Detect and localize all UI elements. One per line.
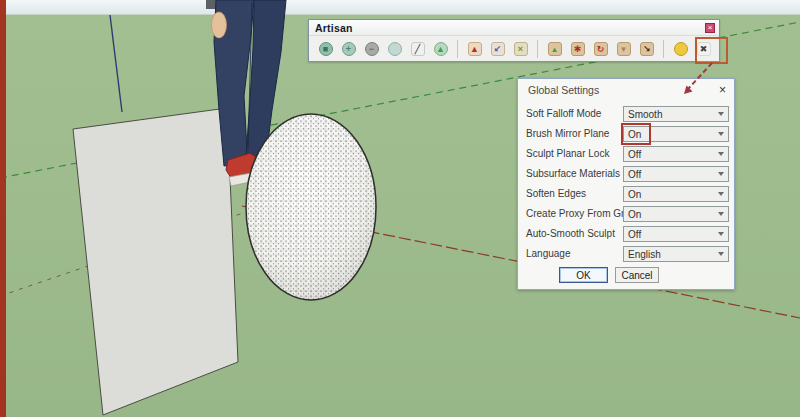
setting-dropdown[interactable]: Smooth	[623, 106, 729, 122]
dialog-title: Global Settings	[528, 84, 599, 96]
setting-row: Auto-Smooth SculptOff	[518, 224, 736, 244]
subdivide-smooth-icon-glyph: ■	[319, 42, 333, 56]
setting-value: Smooth	[624, 109, 718, 120]
setting-value: Off	[624, 149, 718, 160]
setting-label: Auto-Smooth Sculpt	[526, 224, 615, 244]
dialog-titlebar: Global Settings ×	[518, 79, 734, 101]
gear-highlight-box	[695, 37, 728, 64]
sculpted-sphere[interactable]	[246, 114, 376, 300]
artisan-toolbar-titlebar: Artisan ×	[309, 20, 719, 36]
setting-value: Off	[624, 229, 718, 240]
chevron-down-icon	[718, 152, 724, 156]
select-brush-icon-glyph: ↙	[491, 42, 505, 56]
crease-icon-glyph	[388, 42, 402, 56]
toolbar-separator	[457, 40, 458, 58]
setting-dropdown[interactable]: Off	[623, 226, 729, 242]
sculpt-brush-icon[interactable]: ▲	[465, 40, 484, 59]
setting-row: Subsurface MaterialsOff	[518, 164, 736, 184]
flatten-brush-icon[interactable]: ↻	[591, 40, 610, 59]
chevron-down-icon	[718, 132, 724, 136]
chevron-down-icon	[718, 212, 724, 216]
toolbar-separator	[663, 40, 664, 58]
setting-value: On	[624, 209, 718, 220]
inflate-brush-icon-glyph: ✱	[571, 42, 585, 56]
pinch-brush-icon[interactable]: ▴	[545, 40, 564, 59]
cancel-button[interactable]: Cancel	[615, 267, 659, 283]
setting-label: Brush Mirror Plane	[526, 124, 609, 144]
crease-icon[interactable]	[385, 40, 404, 59]
setting-dropdown[interactable]: On	[623, 126, 729, 142]
setting-label: Soft Falloff Mode	[526, 104, 601, 124]
chevron-down-icon	[718, 192, 724, 196]
smudge-brush-icon-glyph: ▾	[617, 42, 631, 56]
setting-dropdown[interactable]: Off	[623, 166, 729, 182]
smooth-brush-icon[interactable]: ×	[511, 40, 530, 59]
setting-row: Soften EdgesOn	[518, 184, 736, 204]
setting-value: English	[624, 249, 718, 260]
inflate-brush-icon[interactable]: ✱	[568, 40, 587, 59]
artisan-toolbar-title: Artisan	[315, 22, 353, 34]
extrude-icon-glyph: ▲	[434, 42, 448, 56]
setting-row: Create Proxy From GroupOn	[518, 204, 736, 224]
artisan-toolbar: Artisan × ■+−╱▲▲↙×▴✱↻▾↘✖	[308, 19, 720, 62]
setting-dropdown[interactable]: On	[623, 186, 729, 202]
setting-label: Language	[526, 244, 571, 264]
setting-dropdown[interactable]: On	[623, 206, 729, 222]
toolbar-separator	[537, 40, 538, 58]
unsubdivide-icon[interactable]: −	[362, 40, 381, 59]
figure-hand	[212, 12, 227, 38]
dialog-close-button[interactable]: ×	[719, 84, 726, 96]
smudge-brush-icon[interactable]: ▾	[614, 40, 633, 59]
chevron-down-icon	[718, 252, 724, 256]
blue-axis-line	[110, 15, 122, 112]
grab-brush-icon-glyph: ↘	[640, 42, 654, 56]
knife-icon-glyph: ╱	[411, 42, 425, 56]
setting-value: On	[624, 129, 718, 140]
vertical-plane[interactable]	[73, 108, 238, 415]
knife-icon[interactable]: ╱	[408, 40, 427, 59]
setting-row: Brush Mirror PlaneOn	[518, 124, 736, 144]
setting-row: Sculpt Planar LockOff	[518, 144, 736, 164]
setting-value: On	[624, 189, 718, 200]
ok-button[interactable]: OK	[559, 267, 608, 283]
setting-dropdown[interactable]: English	[623, 246, 729, 262]
make-ball-icon[interactable]	[671, 40, 690, 59]
subdivide-smooth-icon[interactable]: ■	[316, 40, 335, 59]
setting-dropdown[interactable]: Off	[623, 146, 729, 162]
left-edge-strip	[0, 0, 6, 417]
chevron-down-icon	[718, 172, 724, 176]
toolbar-icon-row: ■+−╱▲▲↙×▴✱↻▾↘✖	[309, 36, 719, 62]
extrude-icon[interactable]: ▲	[431, 40, 450, 59]
toolbar-close-button[interactable]: ×	[705, 23, 715, 33]
chevron-down-icon	[718, 232, 724, 236]
sculpt-brush-icon-glyph: ▲	[468, 42, 482, 56]
subdivide-icon[interactable]: +	[339, 40, 358, 59]
smooth-brush-icon-glyph: ×	[514, 42, 528, 56]
pinch-brush-icon-glyph: ▴	[548, 42, 562, 56]
setting-label: Soften Edges	[526, 184, 586, 204]
settings-rows: Soft Falloff ModeSmoothBrush Mirror Plan…	[518, 104, 736, 264]
setting-label: Subsurface Materials	[526, 164, 620, 184]
subdivide-icon-glyph: +	[342, 42, 356, 56]
chevron-down-icon	[718, 112, 724, 116]
setting-label: Sculpt Planar Lock	[526, 144, 609, 164]
make-ball-icon-glyph	[674, 42, 688, 56]
unsubdivide-icon-glyph: −	[365, 42, 379, 56]
grab-brush-icon[interactable]: ↘	[637, 40, 656, 59]
setting-value: Off	[624, 169, 718, 180]
select-brush-icon[interactable]: ↙	[488, 40, 507, 59]
global-settings-dialog: Global Settings × Soft Falloff ModeSmoot…	[517, 78, 735, 290]
sketchup-viewport: Artisan × ■+−╱▲▲↙×▴✱↻▾↘✖ Global Settings…	[0, 0, 800, 417]
setting-row: Soft Falloff ModeSmooth	[518, 104, 736, 124]
flatten-brush-icon-glyph: ↻	[594, 42, 608, 56]
setting-row: LanguageEnglish	[518, 244, 736, 264]
